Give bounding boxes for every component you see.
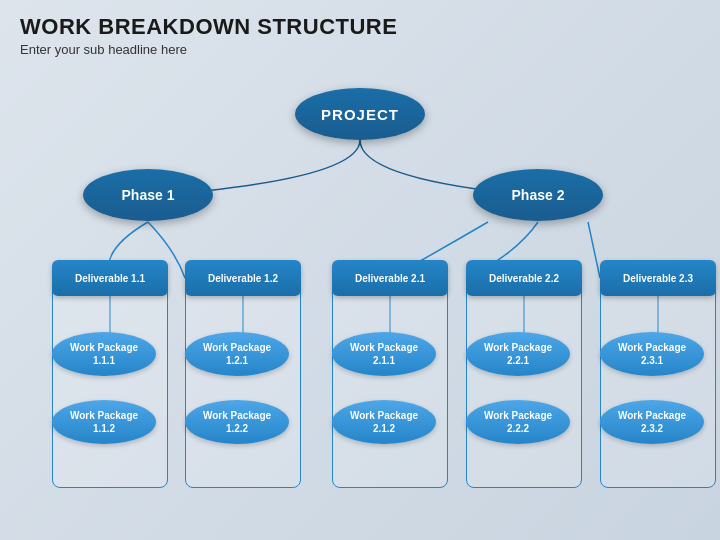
phase1-node: Phase 1 [83,169,213,221]
wp-121-node: Work Package 1.2.1 [185,332,289,376]
wp-231-node: Work Package 2.3.1 [600,332,704,376]
wp-212-node: Work Package 2.1.2 [332,400,436,444]
deliverable-23-node: Deliverable 2.3 [600,260,716,296]
del-box-21 [332,278,448,488]
project-node: PROJECT [295,88,425,140]
page-title: WORK BREAKDOWN STRUCTURE [20,14,700,40]
deliverable-22-node: Deliverable 2.2 [466,260,582,296]
phase2-node: Phase 2 [473,169,603,221]
del-box-11 [52,278,168,488]
deliverable-11-node: Deliverable 1.1 [52,260,168,296]
deliverable-12-node: Deliverable 1.2 [185,260,301,296]
wp-111-node: Work Package 1.1.1 [52,332,156,376]
wp-112-node: Work Package 1.1.2 [52,400,156,444]
page: WORK BREAKDOWN STRUCTURE Enter your sub … [0,0,720,540]
del-box-23 [600,278,716,488]
page-subtitle: Enter your sub headline here [20,42,700,57]
deliverable-21-node: Deliverable 2.1 [332,260,448,296]
wp-222-node: Work Package 2.2.2 [466,400,570,444]
wp-221-node: Work Package 2.2.1 [466,332,570,376]
wp-232-node: Work Package 2.3.2 [600,400,704,444]
del-box-12 [185,278,301,488]
del-box-22 [466,278,582,488]
wp-211-node: Work Package 2.1.1 [332,332,436,376]
wp-122-node: Work Package 1.2.2 [185,400,289,444]
